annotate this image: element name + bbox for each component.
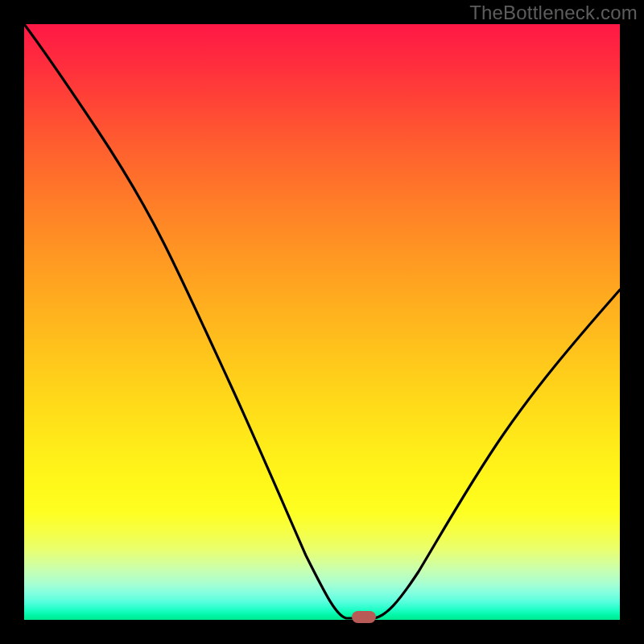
bottleneck-curve (24, 24, 620, 618)
optimal-marker (352, 611, 376, 623)
plot-area (24, 24, 620, 620)
chart-frame: TheBottleneck.com (0, 0, 644, 644)
watermark-text: TheBottleneck.com (469, 2, 638, 24)
chart-svg (24, 24, 620, 620)
